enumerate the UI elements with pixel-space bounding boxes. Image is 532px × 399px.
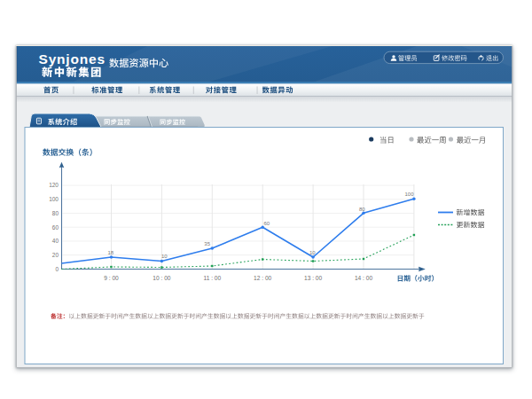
svg-text:60: 60: [264, 221, 270, 226]
svg-text:100: 100: [49, 196, 59, 202]
svg-text:35: 35: [204, 241, 210, 246]
svg-text:60: 60: [52, 224, 59, 231]
svg-text:80: 80: [359, 207, 365, 212]
svg-text:10: 10: [309, 250, 316, 255]
svg-text:10 : 00: 10 : 00: [153, 275, 170, 281]
svg-text:100: 100: [405, 192, 415, 197]
svg-text:0: 0: [55, 266, 59, 272]
svg-text:80: 80: [52, 210, 59, 216]
svg-text:14 : 00: 14 : 00: [355, 275, 372, 281]
svg-text:18: 18: [108, 250, 114, 255]
svg-text:120: 120: [49, 182, 59, 188]
svg-text:13 : 00: 13 : 00: [304, 275, 322, 281]
svg-text:40: 40: [52, 238, 59, 244]
svg-text:11 : 00: 11 : 00: [203, 275, 221, 281]
svg-text:20: 20: [52, 252, 59, 258]
svg-text:12 : 00: 12 : 00: [254, 275, 271, 281]
svg-text:10: 10: [161, 254, 168, 259]
svg-text:9 : 00: 9 : 00: [104, 275, 119, 281]
svg-text:Synjones: Synjones: [39, 51, 106, 66]
